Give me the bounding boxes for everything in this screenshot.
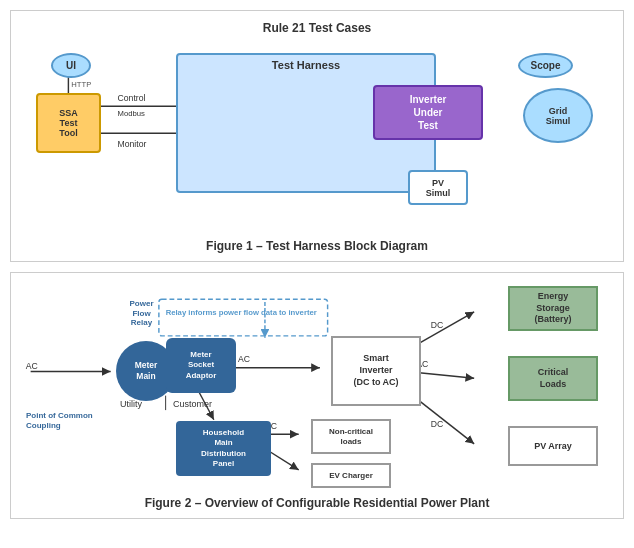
smart-inverter-label: Smart Inverter (DC to AC) <box>353 353 398 388</box>
inverter-box: Inverter Under Test <box>373 85 483 140</box>
figure1-container: Rule 21 Test Cases HTTP Control Modbus M… <box>10 10 624 262</box>
power-flow-relay-label: Power Flow Relay <box>119 299 164 328</box>
energy-storage-box: Energy Storage (Battery) <box>508 286 598 331</box>
figure1-title-top: Rule 21 Test Cases <box>26 21 608 35</box>
scope-ellipse: Scope <box>518 53 573 78</box>
test-harness-box: Test Harness Inverter Under Test PV Simu… <box>176 53 436 193</box>
ssa-test-tool-box: SSA Test Tool <box>36 93 101 153</box>
energy-storage-label: Energy Storage (Battery) <box>534 291 571 326</box>
page-container: Rule 21 Test Cases HTTP Control Modbus M… <box>10 10 624 519</box>
critical-loads-label: Critical Loads <box>538 367 569 390</box>
household-label: Household Main Distribution Panel <box>201 428 246 470</box>
household-box: Household Main Distribution Panel <box>176 421 271 476</box>
ev-charger-box: EV Charger <box>311 463 391 488</box>
smart-inverter-box: Smart Inverter (DC to AC) <box>331 336 421 406</box>
svg-text:AC: AC <box>26 361 38 371</box>
utility-label: Utility <box>120 399 142 409</box>
grid-simul-label: Grid Simul <box>546 106 571 126</box>
critical-loads-box: Critical Loads <box>508 356 598 401</box>
customer-label: Customer <box>173 399 212 409</box>
pv-simul-box: PV Simul <box>408 170 468 205</box>
figure1-caption: Figure 1 – Test Harness Block Diagram <box>26 239 608 253</box>
diagram2: AC AC DC AC DC AC <box>21 281 613 491</box>
svg-text:DC: DC <box>431 320 444 330</box>
diagram1: HTTP Control Modbus Monitor AC In/Out Ad… <box>26 43 608 233</box>
svg-text:AC: AC <box>238 354 250 364</box>
svg-text:DC: DC <box>431 419 444 429</box>
meter-main-label: Meter Main <box>135 360 158 382</box>
svg-text:HTTP: HTTP <box>71 80 91 89</box>
meter-socket-label: Meter Socket Adaptor <box>186 350 217 381</box>
inverter-label: Inverter Under Test <box>410 93 447 132</box>
grid-simul-box: Grid Simul <box>523 88 593 143</box>
ui-ellipse: UI <box>51 53 91 78</box>
figure2-caption: Figure 2 – Overview of Configurable Resi… <box>21 496 613 510</box>
svg-text:Control: Control <box>118 93 146 103</box>
svg-text:Relay informs power flow data : Relay informs power flow data to inverte… <box>166 308 317 317</box>
noncritical-loads-box: Non-critical loads <box>311 419 391 454</box>
meter-socket-box: Meter Socket Adaptor <box>166 338 236 393</box>
svg-text:Monitor: Monitor <box>118 139 147 149</box>
noncritical-label: Non-critical loads <box>329 427 373 446</box>
svg-text:Modbus: Modbus <box>118 109 146 118</box>
pv-array-box: PV Array <box>508 426 598 466</box>
point-coupling-label: Point of Common Coupling <box>26 411 116 432</box>
test-harness-label: Test Harness <box>178 55 434 71</box>
svg-rect-34 <box>159 299 328 336</box>
pv-simul-label: PV Simul <box>426 178 451 198</box>
figure2-container: AC AC DC AC DC AC <box>10 272 624 519</box>
